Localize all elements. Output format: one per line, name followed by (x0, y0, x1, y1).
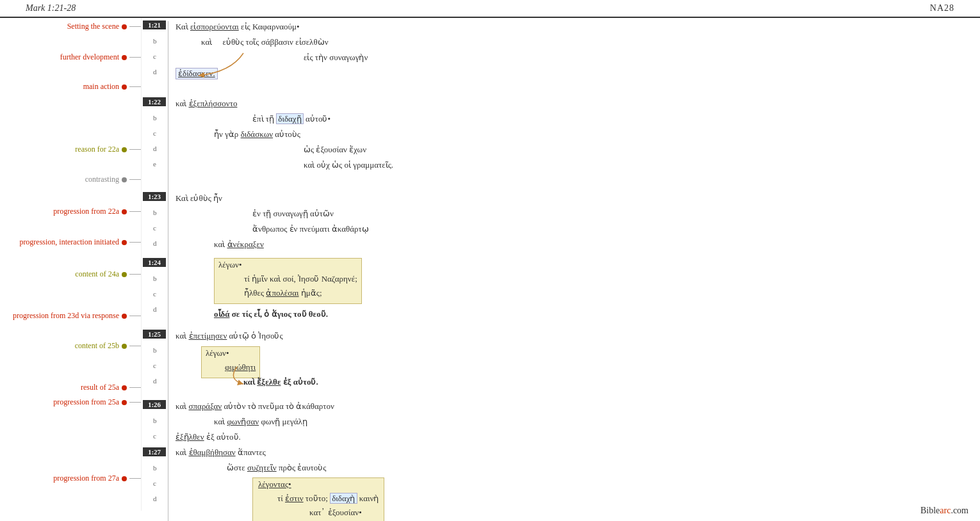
hline-further-dev (129, 57, 141, 58)
text-1-23-c: ἄνθρωπος ἐν πνεύματι ἀκαθάρτῳ (176, 224, 369, 234)
label-prog-int: progression, interaction initiated (19, 237, 141, 247)
verse-letter-d3: d (153, 239, 157, 247)
text-1-24-c: ἦλθες ἀπολέσαι ἡμᾶς; (244, 288, 322, 298)
label-prog-23d: progression from 23d via response (13, 311, 141, 321)
line-1-27-d: τί ἐστιν τοῦτο; διδαχὴ καινὴ (258, 493, 379, 508)
line-1-23-d: καὶ ἀνέκραξεν (176, 239, 264, 250)
label-text-prog-23d: progression from 23d via response (13, 311, 119, 321)
page-wrapper: Mark 1:21-28 NA28 Setting the scene furt… (0, 0, 980, 511)
text-1-22-e: καὶ οὐχ ὡς οἱ γραμματεῖς. (176, 160, 393, 170)
dot-main-action (122, 84, 127, 90)
label-text-result-25a: result of 25a (81, 383, 119, 392)
verse-letter-c3: c (153, 224, 156, 232)
hline-prog-int (129, 242, 141, 243)
text-1-25-d: καὶ ἔξελθε ἐξ αὐτοῦ. (243, 377, 318, 387)
label-result-25a: result of 25a (81, 383, 141, 392)
text-1-27-a: καὶ ἐθαμβήθησαν ἅπαντες (176, 447, 266, 457)
dot-content-24a (122, 272, 127, 277)
hline-setting-scene (129, 26, 141, 27)
verse-num-1-25: 1:25 (143, 330, 166, 339)
label-text-main-action: main action (83, 82, 119, 92)
verse-letter-d5: d (153, 377, 157, 385)
dot-prog-27a (122, 476, 127, 481)
line-1-25-c: φιμώθητι (206, 362, 256, 376)
text-1-23-b: ἐν τῇ συναγωγῇ αὐτῶν (176, 209, 334, 218)
verse-letter-b1: b (153, 37, 157, 45)
line-1-23-b: ἐν τῇ συναγωγῇ αὐτῶν (176, 209, 334, 219)
brand-pre: Bible (920, 506, 940, 515)
verse-letter-c1: c (153, 52, 156, 60)
line-1-26-a: καὶ σπαράξαν αὐτὸν τὸ πνεῦμα τὸ ἀκάθαρτο… (176, 401, 334, 412)
verse-letter-d2: d (153, 145, 157, 152)
label-reason-22a: reason for 22a (75, 145, 141, 154)
text-1-27-c: λέγοντας• (258, 479, 291, 489)
text-1-21-a: Καὶ εἰσπορεύονται εἰς Καφαρναούμ• (176, 22, 300, 32)
line-1-23-c: ἄνθρωπος ἐν πνεύματι ἀκαθάρτῳ (176, 224, 369, 234)
text-1-22-a: καὶ ἐξεπλήσσοντο (176, 99, 237, 108)
vert-line-main (168, 21, 168, 521)
label-content-25b: content of 25b (75, 341, 141, 351)
verse-num-1-23: 1:23 (143, 192, 166, 201)
hline-result-25a (129, 387, 141, 388)
line-1-22-c: ἦν γὰρ διδάσκων αὐτοὺς (176, 129, 300, 140)
hline-reason-22a (129, 149, 141, 150)
verse-letter-b2: b (153, 114, 157, 122)
label-text-content-25b: content of 25b (75, 341, 119, 351)
text-1-23-d: καὶ ἀνέκραξεν (176, 239, 264, 249)
dot-further-dev (122, 55, 127, 60)
verse-bar: 1:21 b c d 1:22 b c d e 1:23 b c d 1:24 … (141, 18, 167, 511)
main-area: Setting the scene further dvelopment mai… (0, 18, 980, 511)
verse-letter-d1: d (153, 68, 157, 76)
label-prog-27a: progression from 27a (53, 474, 141, 483)
line-1-27-e: κατ᾽ ἐξουσίαν• (258, 508, 379, 521)
text-1-27-b: ὥστε συζητεῖν πρὸς ἑαυτοὺς (176, 463, 326, 472)
hline-prog-25a (129, 402, 141, 403)
text-1-25-b: λέγων• (206, 348, 229, 358)
verse-letter-b5: b (153, 346, 157, 354)
line-1-27-c: λέγοντας• (258, 479, 379, 493)
dot-prog-22a (122, 209, 127, 214)
label-text-prog-22a: progression from 22a (53, 207, 119, 216)
verse-letter-b4: b (153, 275, 157, 282)
verse-num-1-26: 1:26 (143, 400, 166, 409)
box-1-25-bc: λέγων• φιμώθητι (201, 346, 260, 378)
header-title: Mark 1:21-28 (26, 3, 76, 13)
line-1-25-b: λέγων• (206, 348, 256, 362)
dot-reason-22a (122, 147, 127, 152)
label-prog-22a: progression from 22a (53, 207, 141, 216)
text-1-21-d: ἐδίδασκεν. (176, 68, 218, 79)
verse-num-1-24: 1:24 (143, 258, 166, 267)
hline-contrasting (129, 179, 141, 180)
label-content-24a: content of 24a (75, 269, 141, 279)
label-further-dev: further dvelopment (60, 52, 141, 62)
brand-accent: arc (940, 506, 951, 515)
verse-letter-b7: b (153, 464, 157, 472)
label-text-prog-int: progression, interaction initiated (19, 237, 119, 247)
label-text-contrasting: contrasting (85, 175, 119, 184)
line-1-26-c: ἐξῆλθεν ἐξ αὐτοῦ. (176, 432, 241, 442)
dot-contrasting (122, 177, 127, 182)
verse-num-1-22: 1:22 (143, 97, 166, 106)
hline-content-24a (129, 274, 141, 275)
hline-main-action (129, 86, 141, 87)
hline-prog-27a (129, 478, 141, 479)
verse-letter-c6: c (153, 432, 156, 440)
line-1-22-d: ὡς ἐξουσίαν ἔχων (176, 145, 366, 155)
text-1-26-c: ἐξῆλθεν ἐξ αὐτοῦ. (176, 432, 241, 442)
line-1-24-c: ἦλθες ἀπολέσαι ἡμᾶς; (218, 288, 357, 302)
text-1-21-c: εἰς τὴν συναγωγὴν (176, 52, 368, 63)
text-1-24-a: λέγων• (218, 260, 242, 269)
box-1-24-abc: λέγων• τί ἡμῖν καὶ σοί, Ἰησοῦ Ναζαρηνέ; … (214, 258, 362, 304)
header: Mark 1:21-28 NA28 (0, 0, 980, 18)
verse-letter-e2: e (153, 160, 156, 168)
dot-content-25b (122, 344, 127, 349)
brand-post: .com (951, 506, 968, 515)
text-1-25-a: καὶ ἐπετίμησεν αὐτῷ ὁ Ἰησοῦς (176, 331, 283, 341)
line-1-22-e: καὶ οὐχ ὡς οἱ γραμματεῖς. (176, 160, 393, 170)
label-text-further-dev: further dvelopment (60, 52, 119, 62)
verse-letter-b3: b (153, 209, 157, 216)
label-text-reason-22a: reason for 22a (75, 145, 119, 154)
verse-letter-c7: c (153, 479, 156, 487)
line-1-22-a: καὶ ἐξεπλήσσοντο (176, 99, 237, 109)
line-1-24-d: οἶδά σε τίς εἶ, ὁ ἅγιος τοῦ θεοῦ. (214, 309, 328, 319)
